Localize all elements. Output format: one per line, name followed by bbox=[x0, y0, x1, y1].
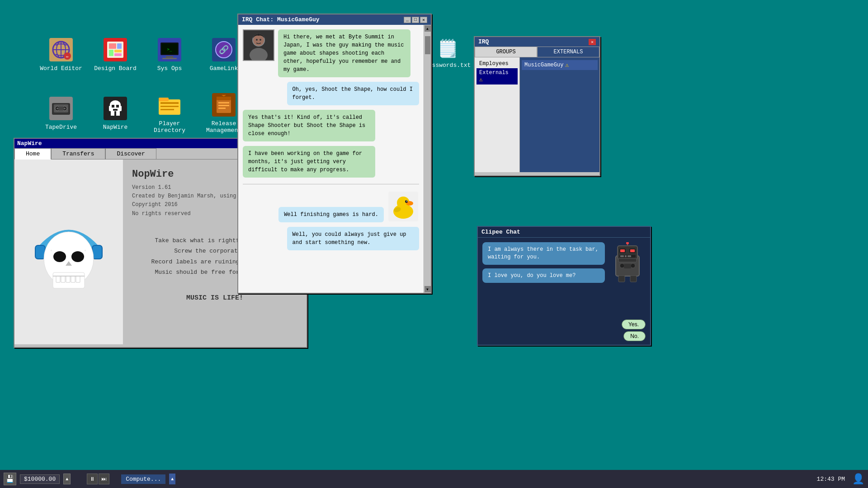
musicgameguy-warning-icon: ⚠ bbox=[565, 61, 569, 69]
irc-titlebar-buttons: _ □ ✕ bbox=[404, 17, 427, 23]
svg-rect-13 bbox=[114, 53, 122, 56]
taskbar-user-icon[interactable]: 👤 bbox=[852, 473, 864, 485]
desktop-icon-passwords[interactable]: 🗒️ Passwords.txt bbox=[425, 38, 471, 69]
svg-rect-39 bbox=[113, 109, 118, 111]
irq-group-externals[interactable]: Externals ⚠ bbox=[476, 68, 518, 84]
taskbar: 💾 $10000.00 ▲ ⏸ ⏭ Compute... ▲ 12:43 PM … bbox=[0, 470, 868, 488]
svg-rect-60 bbox=[71, 276, 75, 282]
taskbar-money-arrow[interactable]: ▲ bbox=[63, 474, 71, 484]
svg-point-77 bbox=[406, 201, 407, 202]
scroll-thumb[interactable] bbox=[425, 36, 430, 54]
svg-text:🔗: 🔗 bbox=[219, 45, 229, 55]
clipee-buttons: Yes. No. bbox=[478, 319, 650, 345]
irq-group-externals-label: Externals bbox=[479, 70, 509, 76]
desktop-icons: ✏ World Editor Design Board bbox=[36, 27, 249, 140]
svg-rect-37 bbox=[112, 105, 114, 108]
msg-text-4: I have been working on the game for mont… bbox=[248, 150, 362, 173]
svg-point-92 bbox=[620, 263, 624, 268]
irc-chat-window: IRQ Chat: MusicGameGuy _ □ ✕ bbox=[237, 14, 432, 294]
irc-minimize-btn[interactable]: _ bbox=[404, 17, 411, 23]
msg-text-2: Oh, yes, Shoot the Shape, how could I fo… bbox=[292, 86, 413, 101]
desktop-icon-player-directory[interactable]: Player Directory bbox=[145, 86, 194, 140]
irq-tab-externals[interactable]: EXTERNALS bbox=[537, 47, 599, 57]
msg-text-3: Yes that's it! Kind of, it's called Shap… bbox=[248, 114, 365, 137]
irq-window: IRQ ✕ GROUPS EXTERNALS Employees Externa… bbox=[474, 36, 600, 176]
svg-rect-84 bbox=[630, 249, 635, 252]
msg-bubble-1: Hi there, we met at Byte Summit in Japan… bbox=[278, 29, 410, 77]
svg-rect-91 bbox=[618, 258, 637, 262]
clipee-no-btn[interactable]: No. bbox=[623, 331, 646, 341]
irq-close-btn[interactable]: ✕ bbox=[589, 39, 596, 45]
irq-group-employees[interactable]: Employees bbox=[476, 59, 518, 68]
gamelink-label: GameLink bbox=[210, 65, 238, 72]
externals-warning-icon: ⚠ bbox=[479, 76, 483, 83]
svg-point-29 bbox=[64, 108, 66, 109]
svg-rect-63 bbox=[51, 250, 52, 251]
desktop-icon-tapedrive[interactable]: TapeDrive bbox=[36, 86, 86, 140]
player-directory-label: Player Directory bbox=[145, 120, 194, 134]
taskbar-folder-icon[interactable]: 💾 bbox=[4, 473, 16, 485]
svg-point-90 bbox=[626, 242, 629, 244]
svg-point-28 bbox=[57, 108, 58, 109]
napwire-logo-area bbox=[14, 160, 123, 344]
irq-titlebar: IRQ ✕ bbox=[475, 37, 599, 47]
msg-bubble-4: I have been working on the game for mont… bbox=[243, 146, 375, 178]
taskbar-media-controls: ⏸ ⏭ bbox=[87, 474, 109, 484]
scroll-up-btn[interactable]: ▲ bbox=[425, 25, 431, 32]
irc-body: Hi there, we met at Byte Summit in Japan… bbox=[238, 25, 431, 293]
napwire-tab-transfers[interactable]: Transfers bbox=[51, 148, 105, 159]
taskbar-pause-btn[interactable]: ⏸ bbox=[87, 474, 98, 484]
napwire-tab-home[interactable]: Home bbox=[14, 148, 51, 160]
design-board-label: Design Board bbox=[94, 65, 137, 72]
irq-external-musicgameguy[interactable]: MusicGameGuy ⚠ bbox=[522, 60, 598, 70]
svg-rect-83 bbox=[620, 249, 625, 252]
passwords-icon-img: 🗒️ bbox=[437, 38, 458, 59]
world-editor-icon: ✏ bbox=[48, 37, 74, 62]
irc-chat-title: IRQ Chat: MusicGameGuy bbox=[242, 16, 320, 23]
clipee-title: Clipee Chat bbox=[481, 229, 520, 235]
taskbar-time: 12:43 PM bbox=[817, 476, 849, 483]
svg-rect-34 bbox=[111, 111, 114, 116]
clipee-yes-btn[interactable]: Yes. bbox=[622, 319, 646, 329]
passwords-label: Passwords.txt bbox=[425, 62, 471, 69]
svg-rect-50 bbox=[218, 108, 226, 109]
svg-point-93 bbox=[631, 263, 635, 268]
irc-scrollbar[interactable]: ▲ ▼ bbox=[424, 25, 431, 293]
desktop-icon-napwire[interactable]: NapWire bbox=[90, 86, 140, 140]
svg-rect-30 bbox=[58, 107, 64, 110]
napwire-window-title: NapWire bbox=[17, 140, 42, 147]
svg-rect-48 bbox=[218, 102, 229, 103]
scroll-down-btn[interactable]: ▼ bbox=[425, 286, 431, 292]
desktop-icon-design-board[interactable]: Design Board bbox=[90, 27, 140, 81]
msg-row-5: Well finishing games is hard. bbox=[243, 191, 419, 222]
irq-content: Employees Externals ⚠ MusicGameGuy ⚠ bbox=[475, 57, 599, 172]
svg-rect-58 bbox=[61, 276, 65, 282]
msg-row-4: I have been working on the game for mont… bbox=[243, 146, 419, 178]
taskbar-compute-arrow[interactable]: ▲ bbox=[169, 474, 175, 484]
svg-point-56 bbox=[71, 251, 84, 262]
irq-tabs: GROUPS EXTERNALS bbox=[475, 47, 599, 57]
taskbar-compute-display[interactable]: Compute... bbox=[121, 474, 165, 484]
desktop-icon-world-editor[interactable]: ✏ World Editor bbox=[36, 27, 86, 81]
tapedrive-label: TapeDrive bbox=[45, 124, 77, 131]
msg-row-1: Hi there, we met at Byte Summit in Japan… bbox=[243, 29, 419, 77]
irc-messages-area: Hi there, we met at Byte Summit in Japan… bbox=[238, 25, 424, 293]
svg-text:>_: >_ bbox=[167, 47, 172, 52]
svg-rect-94 bbox=[624, 264, 631, 268]
irq-tab-groups[interactable]: GROUPS bbox=[475, 47, 537, 57]
irc-maximize-btn[interactable]: □ bbox=[412, 17, 419, 23]
napwire-tab-discover[interactable]: Discover bbox=[105, 148, 156, 159]
clipee-content: I am always there in the task bar, waiti… bbox=[478, 238, 650, 319]
taskbar-skip-btn[interactable]: ⏭ bbox=[99, 474, 109, 484]
taskbar-money-value: $10000.00 bbox=[24, 476, 56, 483]
taskbar-money-display: $10000.00 bbox=[20, 474, 60, 484]
msg-bubble-5: Well finishing games is hard. bbox=[278, 207, 384, 222]
desktop-icon-sys-ops[interactable]: >_ Sys Ops bbox=[145, 27, 194, 81]
irq-group-employees-label: Employees bbox=[479, 61, 509, 67]
irc-chat-titlebar: IRQ Chat: MusicGameGuy _ □ ✕ bbox=[238, 14, 431, 25]
irc-close-btn[interactable]: ✕ bbox=[420, 17, 427, 23]
napwire-icon bbox=[103, 96, 128, 121]
sys-ops-label: Sys Ops bbox=[157, 65, 182, 72]
world-editor-label: World Editor bbox=[40, 65, 82, 72]
svg-rect-49 bbox=[218, 105, 229, 106]
